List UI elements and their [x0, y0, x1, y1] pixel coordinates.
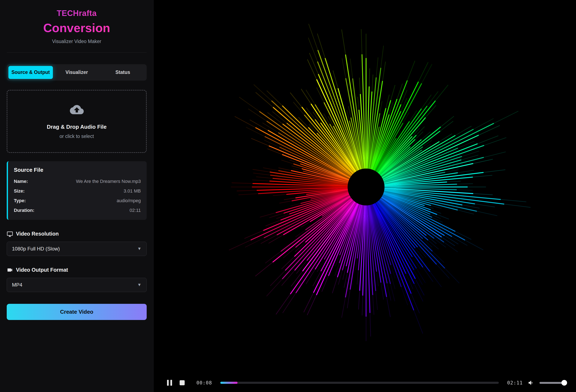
tab-bar: Source & Output Visualizer Status: [7, 64, 147, 81]
file-name-value: We Are the Dreamers Now.mp3: [76, 179, 141, 184]
source-file-card: Source File Name: We Are the Dreamers No…: [7, 161, 147, 220]
pause-button[interactable]: [166, 379, 173, 387]
file-size-value: 3.01 MB: [124, 188, 141, 194]
resolution-section-label: Video Resolution: [7, 231, 147, 237]
resolution-label: Video Resolution: [16, 231, 59, 237]
sidebar: TECHrafta Conversion Visualizer Video Ma…: [0, 0, 154, 392]
chevron-down-icon: ▼: [137, 282, 142, 287]
progress-fill: [220, 382, 237, 384]
brand-title: TECHrafta: [7, 9, 147, 18]
file-duration-row: Duration: 02:11: [14, 206, 141, 215]
total-duration: 02:11: [507, 380, 523, 386]
create-video-button[interactable]: Create Video: [7, 304, 147, 320]
source-file-heading: Source File: [14, 167, 141, 173]
file-size-row: Size: 3.01 MB: [14, 186, 141, 196]
volume-icon[interactable]: [528, 379, 534, 386]
app-root: TECHrafta Conversion Visualizer Video Ma…: [0, 0, 576, 392]
seek-bar[interactable]: [220, 382, 499, 384]
stop-button[interactable]: [178, 379, 186, 387]
format-label: Video Output Format: [16, 267, 68, 273]
format-select[interactable]: MP4 ▼: [7, 278, 147, 292]
page-title: Conversion: [7, 21, 147, 35]
file-type-row: Type: audio/mpeg: [14, 196, 141, 206]
volume-slider[interactable]: [540, 382, 564, 384]
dropzone-title: Drag & Drop Audio File: [12, 124, 141, 130]
current-time: 00:08: [196, 380, 212, 386]
volume-knob[interactable]: [562, 380, 567, 386]
tab-visualizer[interactable]: Visualizer: [55, 66, 99, 79]
monitor-icon: [7, 231, 13, 237]
video-file-icon: [7, 267, 13, 273]
tab-status[interactable]: Status: [101, 66, 145, 79]
resolution-select[interactable]: 1080p Full HD (Slow) ▼: [7, 242, 147, 256]
file-duration-label: Duration:: [14, 208, 34, 213]
player-bar: 00:08 02:11: [154, 373, 576, 392]
file-duration-value: 02:11: [130, 208, 141, 213]
file-size-label: Size:: [14, 188, 25, 194]
tab-source-output[interactable]: Source & Output: [8, 66, 53, 79]
format-section-label: Video Output Format: [7, 267, 147, 273]
dropzone-subtitle: or click to select: [12, 134, 141, 139]
audio-dropzone[interactable]: Drag & Drop Audio File or click to selec…: [7, 90, 147, 153]
file-name-row: Name: We Are the Dreamers Now.mp3: [14, 177, 141, 186]
app-subtitle: Visualizer Video Maker: [7, 39, 147, 44]
pause-icon: [167, 380, 172, 386]
chevron-down-icon: ▼: [137, 246, 142, 251]
format-selected-value: MP4: [12, 282, 22, 288]
visualizer-stage: 00:08 02:11: [154, 0, 576, 392]
file-type-value: audio/mpeg: [117, 198, 141, 204]
file-type-label: Type:: [14, 198, 26, 204]
header-divider: [7, 52, 147, 53]
file-name-label: Name:: [14, 179, 28, 184]
upload-cloud-icon: [70, 103, 84, 117]
visualizer-canvas: [154, 0, 576, 392]
stop-icon: [180, 380, 185, 385]
volume-fill: [540, 382, 564, 384]
resolution-selected-value: 1080p Full HD (Slow): [12, 246, 60, 252]
